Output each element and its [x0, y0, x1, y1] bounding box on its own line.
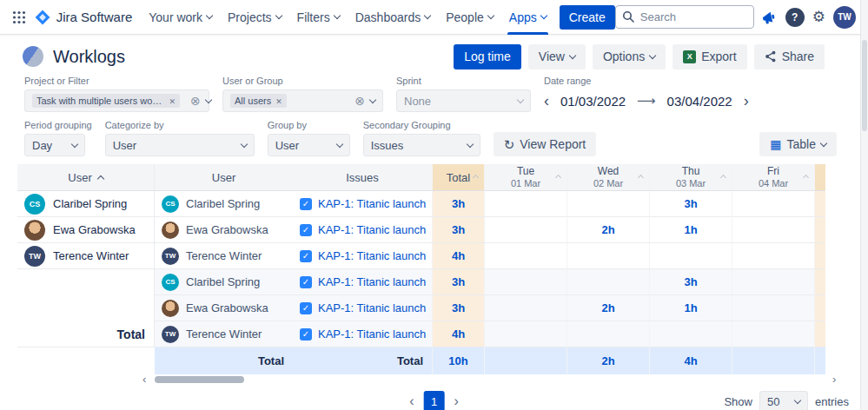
log-time-button[interactable]: Log time [454, 44, 521, 69]
day-cell[interactable] [484, 269, 567, 295]
day-cell[interactable] [484, 243, 567, 269]
filter-row-2: Period grouping Day Categorize by User G… [24, 120, 837, 156]
user-name: Ewa Grabowska [53, 223, 136, 236]
day-cell[interactable] [732, 217, 814, 243]
user-filter-select[interactable]: All users [222, 89, 383, 112]
secondary-grouping-group: Secondary Grouping Issues [363, 120, 480, 156]
create-button[interactable]: Create [560, 5, 615, 30]
checkbox-icon[interactable] [300, 302, 312, 314]
date-to[interactable]: 03/04/2022 [667, 94, 732, 109]
day-cell[interactable] [649, 321, 732, 347]
scrollbar-thumb[interactable] [155, 376, 244, 383]
app-switcher-icon[interactable] [7, 3, 31, 31]
table-view-button[interactable]: Table [759, 132, 837, 156]
group-by-select[interactable]: User [268, 134, 350, 156]
day-cell[interactable] [567, 191, 649, 217]
scroll-right-icon[interactable] [832, 373, 836, 386]
jira-brand[interactable]: Jira Software [31, 10, 142, 25]
nav-item-filters[interactable]: Filters [289, 0, 348, 35]
sprint-select[interactable]: None [396, 89, 531, 112]
day-cell[interactable] [732, 191, 814, 217]
nav-item-apps[interactable]: Apps [501, 0, 554, 35]
share-button[interactable]: Share [754, 44, 825, 69]
issue-link[interactable]: KAP-1: Titanic launch [318, 275, 426, 288]
day-cell[interactable] [567, 269, 649, 295]
day-cell[interactable] [567, 243, 649, 269]
remove-tag-icon[interactable] [275, 96, 282, 106]
scroll-left-icon[interactable] [142, 373, 146, 386]
next-period-icon[interactable] [744, 93, 749, 109]
checkbox-icon[interactable] [300, 276, 312, 288]
day-cell[interactable]: 1h [649, 295, 732, 321]
nav-item-dashboards[interactable]: Dashboards [348, 0, 439, 35]
day-cell[interactable] [484, 191, 567, 217]
issue-link[interactable]: KAP-1: Titanic launch [318, 327, 426, 341]
day-cell[interactable] [649, 243, 732, 269]
nav-item-projects[interactable]: Projects [220, 0, 289, 35]
table-row-group: Ewa Grabowska KAP-1: Titanic launch 3h 2… [17, 295, 825, 321]
help-icon[interactable] [785, 8, 805, 27]
issue-cell: KAP-1: Titanic launch [293, 191, 432, 217]
column-header-wed[interactable]: Wed02 Mar [567, 164, 649, 191]
previous-period-icon[interactable] [544, 93, 549, 109]
day-cell[interactable] [732, 243, 814, 269]
day-cell[interactable]: 2h [567, 295, 649, 321]
day-cell[interactable] [484, 321, 567, 347]
previous-page-icon[interactable] [409, 394, 414, 408]
day-cell[interactable] [484, 295, 567, 321]
view-report-button[interactable]: View Report [494, 132, 597, 156]
date-from[interactable]: 01/03/2022 [560, 94, 626, 109]
checkbox-icon[interactable] [300, 198, 312, 210]
column-header-thu[interactable]: Thu03 Mar [649, 164, 732, 191]
scrollbar-thumb[interactable] [862, 40, 867, 131]
issue-cell: KAP-1: Titanic launch [293, 321, 432, 347]
view-dropdown-button[interactable]: View [528, 44, 586, 69]
issue-link[interactable]: KAP-1: Titanic launch [318, 249, 426, 262]
issue-link[interactable]: KAP-1: Titanic launch [318, 301, 426, 314]
chevron-down-icon [424, 12, 431, 19]
checkbox-icon[interactable] [300, 250, 312, 262]
next-page-icon[interactable] [454, 394, 459, 408]
nav-item-your-work[interactable]: Your work [141, 0, 220, 35]
column-header-total[interactable]: Total [432, 164, 484, 191]
period-grouping-group: Period grouping Day [24, 120, 92, 156]
day-cell[interactable]: 3h [649, 191, 732, 217]
search-input[interactable] [615, 5, 754, 29]
day-cell[interactable] [484, 217, 567, 243]
column-header-issues[interactable]: Issues [293, 164, 432, 191]
current-page-button[interactable]: 1 [424, 391, 445, 410]
column-header-tue[interactable]: Tue01 Mar [484, 164, 567, 191]
clear-icon[interactable] [354, 95, 365, 108]
vertical-scrollbar[interactable] [860, 0, 868, 410]
options-dropdown-button[interactable]: Options [593, 44, 666, 69]
day-cell[interactable]: 1h [649, 217, 732, 243]
day-cell[interactable]: 3h [649, 269, 732, 295]
checkbox-icon[interactable] [300, 328, 312, 341]
page-size-select[interactable]: 50 [759, 391, 808, 410]
period-grouping-select[interactable]: Day [24, 134, 85, 156]
day-cell[interactable]: 2h [567, 217, 649, 243]
column-header-fri[interactable]: Fri04 Mar [732, 164, 814, 191]
categorize-by-select[interactable]: User [105, 134, 255, 156]
column-header-user-frozen[interactable]: User [17, 164, 155, 191]
checkbox-icon[interactable] [300, 224, 312, 236]
partial-cell [814, 269, 825, 295]
profile-avatar[interactable]: TW [833, 6, 856, 29]
issue-link[interactable]: KAP-1: Titanic launch [318, 197, 426, 210]
settings-gear-icon[interactable] [812, 10, 825, 24]
sort-hint-icon [638, 175, 644, 181]
secondary-grouping-select[interactable]: Issues [363, 134, 480, 156]
day-cell[interactable] [732, 295, 814, 321]
day-cell[interactable] [732, 269, 814, 295]
announcement-icon[interactable] [760, 9, 779, 25]
project-filter-select[interactable]: Task with multiple users worklogs [24, 89, 209, 112]
nav-item-people[interactable]: People [438, 0, 501, 35]
day-cell[interactable] [732, 321, 814, 347]
clear-icon[interactable] [190, 95, 201, 108]
remove-tag-icon[interactable] [169, 96, 176, 106]
total-cell: 3h [432, 217, 484, 243]
column-header-user[interactable]: User [155, 164, 293, 191]
day-cell[interactable] [567, 321, 649, 347]
issue-link[interactable]: KAP-1: Titanic launch [318, 223, 426, 236]
export-button[interactable]: Export [673, 44, 746, 69]
